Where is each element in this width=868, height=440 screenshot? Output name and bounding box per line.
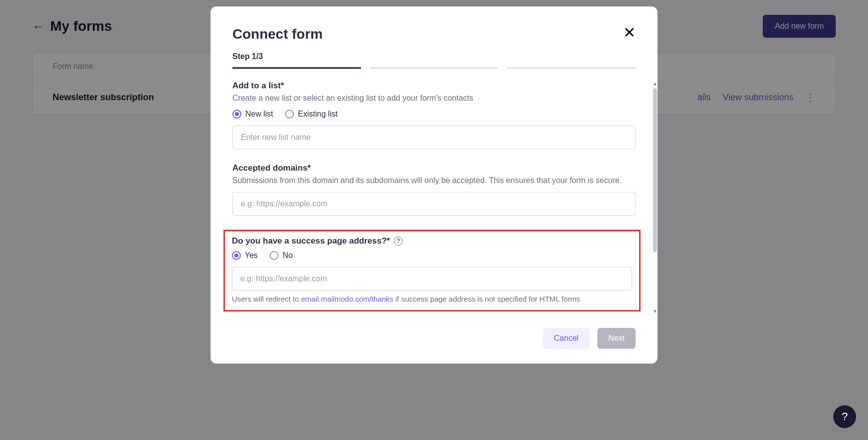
success-page-label: Do you have a success page address?* ? <box>232 236 632 246</box>
success-page-group: Do you have a success page address?* ? Y… <box>232 236 632 303</box>
connect-form-modal: Connect form ✕ Step 1/3 Add to a list* C… <box>211 6 657 364</box>
success-page-radio-group: Yes No <box>232 251 632 260</box>
new-list-name-input[interactable] <box>232 126 636 149</box>
modal-title: Connect form <box>232 26 636 42</box>
accepted-domains-desc: Submissions from this domain and its sub… <box>232 176 636 185</box>
add-to-list-group: Add to a list* Create a new list or sele… <box>232 81 636 149</box>
close-icon[interactable]: ✕ <box>623 25 636 40</box>
new-list-label: New list <box>245 110 273 119</box>
list-radio-group: New list Existing list <box>232 110 636 119</box>
add-to-list-label: Add to a list* <box>232 81 636 91</box>
help-fab-button[interactable]: ? <box>833 405 856 428</box>
scrollbar[interactable]: ▲ ▼ <box>652 81 657 314</box>
radio-unselected-icon <box>285 110 294 119</box>
scroll-track[interactable] <box>653 88 657 307</box>
existing-list-label: Existing list <box>298 110 338 119</box>
success-yes-radio[interactable]: Yes <box>232 251 258 260</box>
default-success-link[interactable]: email.mailmodo.com/thanks <box>301 295 393 303</box>
no-label: No <box>283 251 292 260</box>
radio-unselected-icon <box>270 251 279 260</box>
accepted-domains-group: Accepted domains* Submissions from this … <box>232 163 636 216</box>
new-list-radio[interactable]: New list <box>232 110 273 119</box>
modal-footer: Cancel Next <box>211 321 657 364</box>
step-label: Step 1/3 <box>232 52 636 61</box>
yes-label: Yes <box>245 251 258 260</box>
success-page-hint: Users will redirect to email.mailmodo.co… <box>232 295 632 303</box>
modal-header: Connect form ✕ Step 1/3 <box>211 6 657 69</box>
existing-list-radio[interactable]: Existing list <box>285 110 338 119</box>
success-page-input[interactable] <box>232 267 632 291</box>
add-to-list-desc: Create a new list or select an existing … <box>232 94 636 103</box>
accepted-domains-input[interactable] <box>232 192 636 216</box>
scroll-thumb[interactable] <box>653 88 657 252</box>
highlighted-success-page-section: Do you have a success page address?* ? Y… <box>223 230 641 312</box>
success-no-radio[interactable]: No <box>270 251 292 260</box>
radio-selected-icon <box>232 251 241 260</box>
modal-body: Add to a list* Create a new list or sele… <box>211 69 657 321</box>
accepted-domains-label: Accepted domains* <box>232 163 636 173</box>
help-icon[interactable]: ? <box>394 237 403 246</box>
scroll-up-icon[interactable]: ▲ <box>652 81 657 86</box>
next-button[interactable]: Next <box>597 328 636 349</box>
scroll-down-icon[interactable]: ▼ <box>652 309 657 314</box>
radio-selected-icon <box>232 110 241 119</box>
cancel-button[interactable]: Cancel <box>543 328 589 349</box>
